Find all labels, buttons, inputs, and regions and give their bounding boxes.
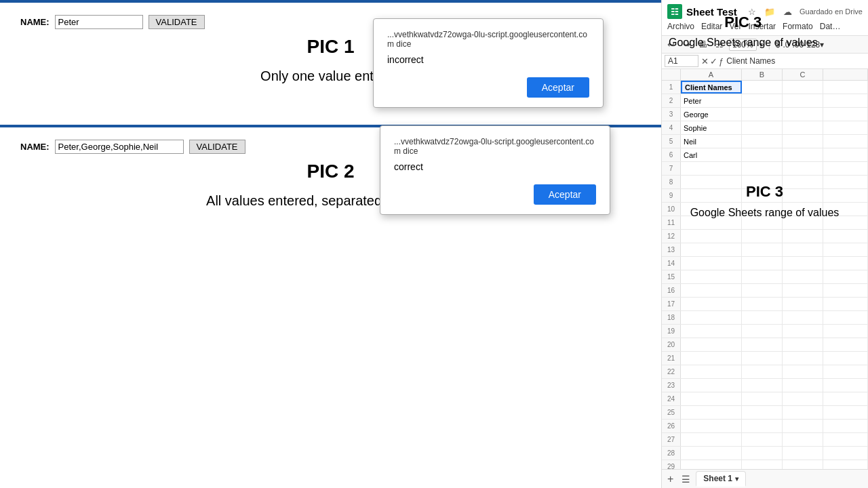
table-row[interactable]: 11 [662, 216, 868, 230]
grid-cell-b21[interactable] [742, 352, 783, 365]
grid-cell-a1[interactable]: Client Names [681, 81, 742, 94]
table-row[interactable]: 26 [662, 420, 868, 433]
grid-cell-a12[interactable] [681, 230, 742, 243]
table-row[interactable]: 17 [662, 298, 868, 311]
table-row[interactable]: 10 [662, 203, 868, 216]
grid-cell-a28[interactable] [681, 447, 742, 460]
grid-cell-a21[interactable] [681, 352, 742, 365]
grid-cell-c23[interactable] [783, 379, 823, 392]
grid-cell-a22[interactable] [681, 365, 742, 378]
grid-cell-a2[interactable]: Peter [681, 94, 742, 107]
grid-cell-b23[interactable] [742, 379, 783, 392]
table-row[interactable]: 5Neil [662, 135, 868, 148]
grid-cell-c7[interactable] [783, 162, 823, 175]
table-row[interactable]: 9 [662, 189, 868, 203]
table-row[interactable]: 4Sophie [662, 121, 868, 135]
grid-cell-c16[interactable] [783, 284, 823, 297]
table-row[interactable]: 29 [662, 460, 868, 469]
table-row[interactable]: 28 [662, 447, 868, 460]
grid-cell-b17[interactable] [742, 298, 783, 310]
grid-cell-c5[interactable] [783, 135, 823, 148]
grid-cell-b10[interactable] [742, 203, 783, 216]
grid-cell-c26[interactable] [783, 420, 823, 432]
grid-cell-a27[interactable] [681, 433, 742, 446]
grid-cell-b16[interactable] [742, 284, 783, 297]
grid-cell-b27[interactable] [742, 433, 783, 446]
table-row[interactable]: 15 [662, 270, 868, 284]
grid-cell-b12[interactable] [742, 230, 783, 243]
grid-cell-b8[interactable] [742, 176, 783, 188]
grid-cell-c24[interactable] [783, 392, 823, 405]
grid-cell-c6[interactable] [783, 148, 823, 161]
grid-cell-c14[interactable] [783, 257, 823, 270]
table-row[interactable]: 22 [662, 365, 868, 379]
table-row[interactable]: 1Client Names [662, 81, 868, 94]
table-row[interactable]: 16 [662, 284, 868, 298]
grid-cell-c17[interactable] [783, 298, 823, 310]
grid-cell-c11[interactable] [783, 216, 823, 229]
grid-cell-a25[interactable] [681, 406, 742, 419]
grid-cell-b29[interactable] [742, 460, 783, 469]
grid-cell-b6[interactable] [742, 148, 783, 161]
table-row[interactable]: 23 [662, 379, 868, 392]
table-row[interactable]: 21 [662, 352, 868, 365]
table-row[interactable]: 20 [662, 338, 868, 352]
table-row[interactable]: 27 [662, 433, 868, 447]
grid-cell-c29[interactable] [783, 460, 823, 469]
grid-cell-a29[interactable] [681, 460, 742, 469]
grid-cell-a18[interactable] [681, 311, 742, 324]
grid-cell-c20[interactable] [783, 338, 823, 351]
dialog1-aceptar-button[interactable]: Aceptar [527, 77, 589, 98]
table-row[interactable]: 12 [662, 230, 868, 243]
grid-cell-c12[interactable] [783, 230, 823, 243]
grid-cell-b14[interactable] [742, 257, 783, 270]
table-row[interactable]: 6Carl [662, 148, 868, 162]
table-row[interactable]: 8 [662, 176, 868, 189]
add-sheet-button[interactable]: + [665, 473, 676, 485]
grid-cell-c19[interactable] [783, 325, 823, 338]
grid-cell-c28[interactable] [783, 447, 823, 460]
grid-cell-a4[interactable]: Sophie [681, 121, 742, 134]
grid-cell-b28[interactable] [742, 447, 783, 460]
grid-cell-c1[interactable] [783, 81, 823, 94]
grid-cell-a11[interactable] [681, 216, 742, 229]
grid-cell-c22[interactable] [783, 365, 823, 378]
grid-cell-a6[interactable]: Carl [681, 148, 742, 161]
grid-cell-b22[interactable] [742, 365, 783, 378]
grid-cell-c27[interactable] [783, 433, 823, 446]
grid-cell-a8[interactable] [681, 176, 742, 188]
pic2-validate-button[interactable]: VALIDATE [189, 140, 245, 154]
dialog2-aceptar-button[interactable]: Aceptar [534, 184, 596, 205]
table-row[interactable]: 24 [662, 392, 868, 406]
table-row[interactable]: 25 [662, 406, 868, 420]
grid-cell-a26[interactable] [681, 420, 742, 432]
grid-cell-a9[interactable] [681, 189, 742, 202]
grid-cell-c13[interactable] [783, 243, 823, 256]
grid-cell-a3[interactable]: George [681, 108, 742, 121]
table-row[interactable]: 19 [662, 325, 868, 338]
grid-cell-a23[interactable] [681, 379, 742, 392]
grid-cell-c25[interactable] [783, 406, 823, 419]
grid-cell-a24[interactable] [681, 392, 742, 405]
grid-cell-b18[interactable] [742, 311, 783, 324]
grid-cell-b19[interactable] [742, 325, 783, 338]
grid-cell-a10[interactable] [681, 203, 742, 216]
grid-cell-b3[interactable] [742, 108, 783, 121]
grid-cell-a19[interactable] [681, 325, 742, 338]
grid-cell-c18[interactable] [783, 311, 823, 324]
grid-cell-a13[interactable] [681, 243, 742, 256]
grid-cell-a20[interactable] [681, 338, 742, 351]
grid-cell-b26[interactable] [742, 420, 783, 432]
grid-cell-b20[interactable] [742, 338, 783, 351]
grid-cell-c3[interactable] [783, 108, 823, 121]
grid-cell-b4[interactable] [742, 121, 783, 134]
grid-cell-b2[interactable] [742, 94, 783, 107]
grid-cell-b15[interactable] [742, 270, 783, 283]
sheet-list-button[interactable]: ☰ [679, 474, 693, 485]
table-row[interactable]: 18 [662, 311, 868, 325]
grid-cell-b7[interactable] [742, 162, 783, 175]
grid-cell-a5[interactable]: Neil [681, 135, 742, 148]
grid-cell-a16[interactable] [681, 284, 742, 297]
grid-cell-c8[interactable] [783, 176, 823, 188]
grid-cell-a14[interactable] [681, 257, 742, 270]
